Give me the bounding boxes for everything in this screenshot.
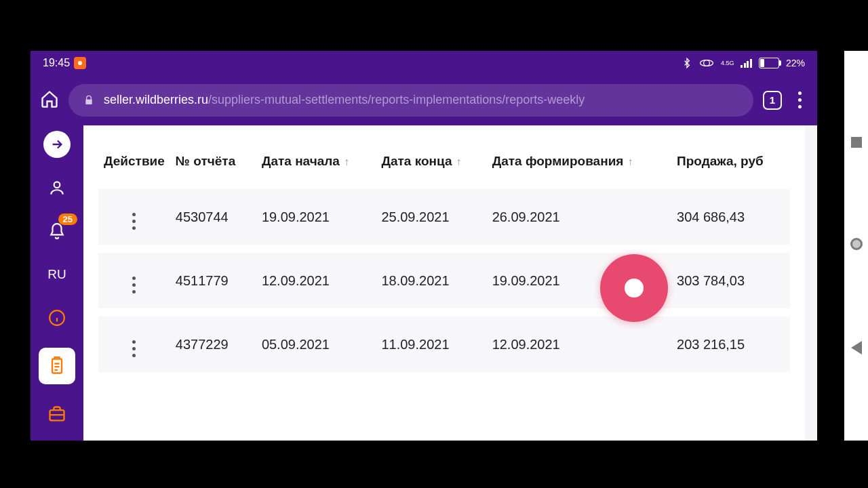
reports-icon[interactable] — [39, 348, 75, 384]
row-actions-icon[interactable] — [132, 340, 136, 357]
tab-switcher[interactable]: 1 — [763, 91, 782, 110]
col-date-end[interactable]: Дата конца↑ — [376, 147, 486, 181]
row-actions-icon[interactable] — [132, 213, 136, 230]
cell-date-end: 18.09.2021 — [376, 253, 486, 308]
back-button[interactable] — [851, 341, 862, 354]
cell-report-no: 4377229 — [170, 317, 256, 372]
profile-icon[interactable] — [43, 174, 71, 201]
info-icon[interactable] — [43, 304, 71, 331]
signal-icon — [741, 58, 752, 68]
reports-table: Действие № отчёта Дата начала↑ Дата конц… — [98, 139, 790, 380]
sort-arrow-icon: ↑ — [627, 156, 633, 168]
cell-report-no: 4530744 — [170, 189, 256, 245]
col-report-no[interactable]: № отчёта — [170, 147, 256, 181]
home-button[interactable] — [850, 238, 863, 250]
sort-arrow-icon: ↑ — [456, 156, 462, 168]
forward-button[interactable] — [43, 131, 71, 158]
android-nav-rail — [844, 51, 868, 441]
col-date-formed[interactable]: Дата формирования↑ — [487, 147, 671, 181]
cell-date-formed: 12.09.2021 — [487, 317, 671, 372]
touch-indicator — [600, 254, 668, 322]
sort-arrow-icon: ↑ — [344, 156, 349, 168]
clock: 19:45 — [43, 57, 70, 69]
screen-record-icon — [74, 57, 86, 69]
home-icon[interactable] — [40, 89, 59, 111]
col-action[interactable]: Действие — [98, 147, 170, 181]
browser-menu-icon[interactable] — [791, 92, 808, 108]
col-date-start[interactable]: Дата начала↑ — [256, 147, 376, 181]
table-row: 4377229 05.09.2021 11.09.2021 12.09.2021… — [98, 317, 790, 372]
overview-button[interactable] — [851, 137, 862, 148]
url-host: seller.wildberries.ru — [104, 93, 208, 107]
data-icon — [699, 58, 714, 68]
briefcase-icon[interactable] — [43, 401, 71, 428]
cell-date-end: 11.09.2021 — [376, 317, 486, 372]
cell-date-end: 25.09.2021 — [376, 189, 486, 245]
col-sale-rub[interactable]: Продажа, руб — [671, 147, 790, 181]
url-path: /suppliers-mutual-settlements/reports-im… — [208, 93, 585, 107]
cell-date-formed: 26.09.2021 — [487, 189, 671, 245]
svg-point-2 — [54, 182, 60, 188]
url-bar[interactable]: seller.wildberries.ru/suppliers-mutual-s… — [68, 84, 753, 117]
lock-icon — [83, 94, 94, 106]
battery-percent: 22% — [786, 58, 805, 68]
cell-sale-rub: 303 784,03 — [671, 253, 790, 308]
browser-toolbar: seller.wildberries.ru/suppliers-mutual-s… — [31, 75, 817, 125]
cell-sale-rub: 203 216,15 — [671, 317, 790, 372]
content-area: Действие № отчёта Дата начала↑ Дата конц… — [83, 125, 817, 441]
cell-report-no: 4511779 — [170, 253, 256, 308]
cell-sale-rub: 304 686,43 — [671, 189, 790, 245]
cell-date-start: 05.09.2021 — [256, 317, 376, 372]
battery-icon — [759, 58, 779, 68]
app-sidebar: 25 RU — [31, 125, 83, 441]
bluetooth-icon — [682, 57, 692, 69]
table-row: 4530744 19.09.2021 25.09.2021 26.09.2021… — [98, 189, 790, 245]
row-actions-icon[interactable] — [132, 277, 136, 293]
notif-badge: 25 — [58, 214, 77, 225]
svg-point-1 — [704, 60, 710, 66]
svg-point-0 — [700, 60, 713, 66]
status-bar: 19:45 4.5G 22% — [31, 51, 817, 75]
cell-date-start: 19.09.2021 — [256, 189, 376, 245]
phone-viewport: 19:45 4.5G 22% seller.wildberries.ru/sup… — [31, 51, 817, 441]
language-toggle[interactable]: RU — [43, 261, 71, 288]
cell-date-start: 12.09.2021 — [256, 253, 376, 308]
notifications-icon[interactable]: 25 — [43, 218, 71, 245]
table-row: 4511779 12.09.2021 18.09.2021 19.09.2021… — [98, 253, 790, 308]
network-type: 4.5G — [721, 60, 734, 66]
